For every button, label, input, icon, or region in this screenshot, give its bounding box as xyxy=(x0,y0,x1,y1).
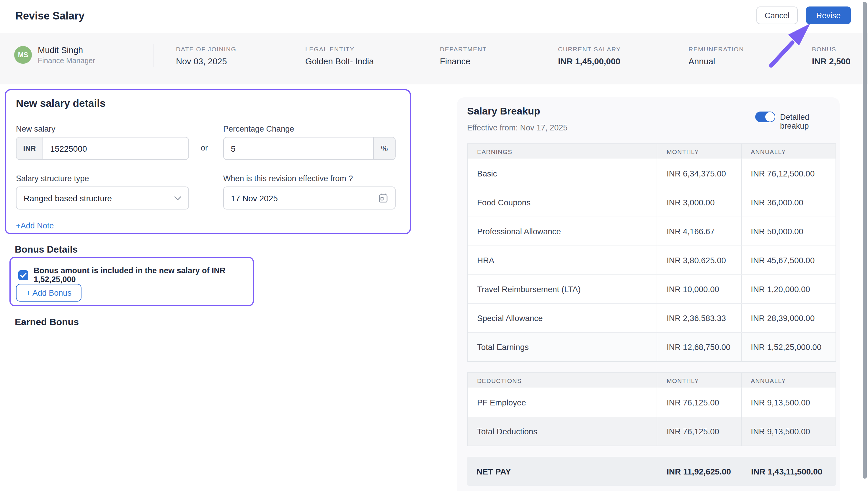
row-annually: INR 1,52,25,000.00 xyxy=(741,333,836,361)
top-bar: Revise Salary Cancel Revise xyxy=(0,0,868,33)
employee-name: Mudit Singh xyxy=(38,46,83,55)
row-monthly: INR 4,166.67 xyxy=(657,217,741,246)
row-annually: INR 50,000.00 xyxy=(741,217,836,246)
net-pay-monthly: INR 11,92,625.00 xyxy=(657,466,741,476)
revise-button[interactable]: Revise xyxy=(806,6,851,24)
field-remuneration: REMUNERATION Annual xyxy=(689,46,744,66)
chevron-down-icon xyxy=(174,196,181,200)
toggle-knob xyxy=(765,112,775,121)
field-date-of-joining: DATE OF JOINING Nov 03, 2025 xyxy=(176,46,236,66)
annually-header: ANNUALLY xyxy=(741,144,836,159)
check-icon xyxy=(20,272,27,278)
net-pay-label: NET PAY xyxy=(467,466,657,476)
field-value: INR 2,500 xyxy=(812,57,850,66)
scrollbar[interactable] xyxy=(863,2,867,479)
deductions-header: DEDUCTIONS xyxy=(468,373,657,388)
field-value: Nov 03, 2025 xyxy=(176,57,236,66)
add-note-link[interactable]: +Add Note xyxy=(16,221,54,230)
currency-prefix: INR xyxy=(17,138,43,159)
bonus-included-row: Bonus amount is included in the new sala… xyxy=(18,266,253,284)
table-row: Special Allowance INR 2,36,583.33 INR 28… xyxy=(468,304,836,333)
row-monthly: INR 12,68,750.00 xyxy=(657,333,741,361)
row-annually: INR 9,13,500.00 xyxy=(741,388,836,417)
annually-header: ANNUALLY xyxy=(741,373,836,388)
row-name: Travel Reimbursement (LTA) xyxy=(468,275,657,304)
earnings-header: EARNINGS xyxy=(468,144,657,159)
field-department: DEPARTMENT Finance xyxy=(440,46,487,66)
row-name: Food Coupons xyxy=(468,188,657,216)
deductions-table: DEDUCTIONS MONTHLY ANNUALLY PF Employee … xyxy=(467,372,836,446)
row-monthly: INR 10,000.00 xyxy=(657,275,741,304)
bonus-included-label: Bonus amount is included in the new sala… xyxy=(34,266,253,284)
new-salary-details-title: New salary details xyxy=(16,97,106,110)
table-row: Basic INR 6,34,375.00 INR 76,12,500.00 xyxy=(468,159,836,188)
field-bonus: BONUS INR 2,500 xyxy=(812,46,850,66)
table-row: Food Coupons INR 3,000.00 INR 36,000.00 xyxy=(468,188,836,217)
percentage-input[interactable] xyxy=(224,138,373,159)
table-row: HRA INR 3,80,625.00 INR 45,67,500.00 xyxy=(468,246,836,275)
earnings-header-row: EARNINGS MONTHLY ANNUALLY xyxy=(468,144,836,159)
bonus-details-title: Bonus Details xyxy=(15,244,78,255)
field-label: BONUS xyxy=(812,46,850,53)
field-label: DATE OF JOINING xyxy=(176,46,236,53)
employee-role: Finance Manager xyxy=(38,57,95,65)
effective-date-input[interactable]: 17 Nov 2025 xyxy=(223,186,396,209)
field-current-salary: CURRENT SALARY INR 1,45,00,000 xyxy=(558,46,621,66)
effective-from-text: Effective from: Nov 17, 2025 xyxy=(467,123,567,132)
row-name: PF Employee xyxy=(468,388,657,417)
calendar-icon xyxy=(379,193,388,203)
deductions-header-row: DEDUCTIONS MONTHLY ANNUALLY xyxy=(468,373,836,388)
row-annually: INR 1,20,000.00 xyxy=(741,275,836,304)
row-monthly: INR 3,000.00 xyxy=(657,188,741,216)
row-name: Special Allowance xyxy=(468,304,657,332)
field-value: Finance xyxy=(440,57,487,66)
field-value: Golden Bolt- India xyxy=(305,57,374,66)
new-salary-label: New salary xyxy=(16,124,56,134)
row-name: Professional Allowance xyxy=(468,217,657,246)
field-label: LEGAL ENTITY xyxy=(305,46,374,53)
row-monthly: INR 76,125.00 xyxy=(657,417,741,445)
field-value: Annual xyxy=(689,57,744,66)
cancel-button[interactable]: Cancel xyxy=(756,6,798,24)
effective-date-value: 17 Nov 2025 xyxy=(231,193,379,203)
row-name: HRA xyxy=(468,246,657,275)
field-label: REMUNERATION xyxy=(689,46,744,53)
earnings-table: EARNINGS MONTHLY ANNUALLY Basic INR 6,34… xyxy=(467,143,836,362)
structure-type-value: Ranged based structure xyxy=(24,193,174,203)
or-label: or xyxy=(201,143,208,152)
avatar: MS xyxy=(14,46,32,64)
row-monthly: INR 6,34,375.00 xyxy=(657,159,741,187)
row-monthly: INR 76,125.00 xyxy=(657,388,741,417)
table-row: Professional Allowance INR 4,166.67 INR … xyxy=(468,217,836,246)
field-value: INR 1,45,00,000 xyxy=(558,57,621,66)
field-label: CURRENT SALARY xyxy=(558,46,621,53)
earned-bonus-title: Earned Bonus xyxy=(15,317,79,327)
detailed-breakup-toggle[interactable] xyxy=(755,112,775,122)
row-annually: INR 28,39,000.00 xyxy=(741,304,836,332)
add-bonus-button[interactable]: + Add Bonus xyxy=(16,284,82,301)
structure-type-select[interactable]: Ranged based structure xyxy=(16,186,189,209)
row-annually: INR 36,000.00 xyxy=(741,188,836,216)
effective-from-label: When is this revision effective from ? xyxy=(223,174,353,183)
bonus-details-box: Bonus amount is included in the new sala… xyxy=(9,257,254,306)
bonus-included-checkbox[interactable] xyxy=(18,270,28,280)
structure-type-label: Salary structure type xyxy=(16,174,89,183)
salary-breakup-card: Salary Breakup Effective from: Nov 17, 2… xyxy=(457,97,840,491)
new-salary-details-box: New salary details New salary INR or Per… xyxy=(5,89,411,234)
row-annually: INR 45,67,500.00 xyxy=(741,246,836,275)
monthly-header: MONTHLY xyxy=(657,373,741,388)
row-name: Total Deductions xyxy=(468,417,657,445)
percent-suffix: % xyxy=(373,138,395,159)
field-label: DEPARTMENT xyxy=(440,46,487,53)
revise-salary-page: Revise Salary Cancel Revise MS Mudit Sin… xyxy=(0,0,868,491)
table-row: Travel Reimbursement (LTA) INR 10,000.00… xyxy=(468,275,836,304)
page-title: Revise Salary xyxy=(16,10,84,22)
new-salary-input[interactable] xyxy=(43,138,188,159)
new-salary-input-group: INR xyxy=(16,137,189,160)
row-annually: INR 76,12,500.00 xyxy=(741,159,836,187)
detailed-breakup-label: Detailed breakup xyxy=(780,113,840,131)
net-pay-row: NET PAY INR 11,92,625.00 INR 1,43,11,500… xyxy=(467,457,836,486)
percentage-change-label: Percentage Change xyxy=(223,124,294,134)
row-name: Basic xyxy=(468,159,657,187)
table-row: PF Employee INR 76,125.00 INR 9,13,500.0… xyxy=(468,388,836,417)
